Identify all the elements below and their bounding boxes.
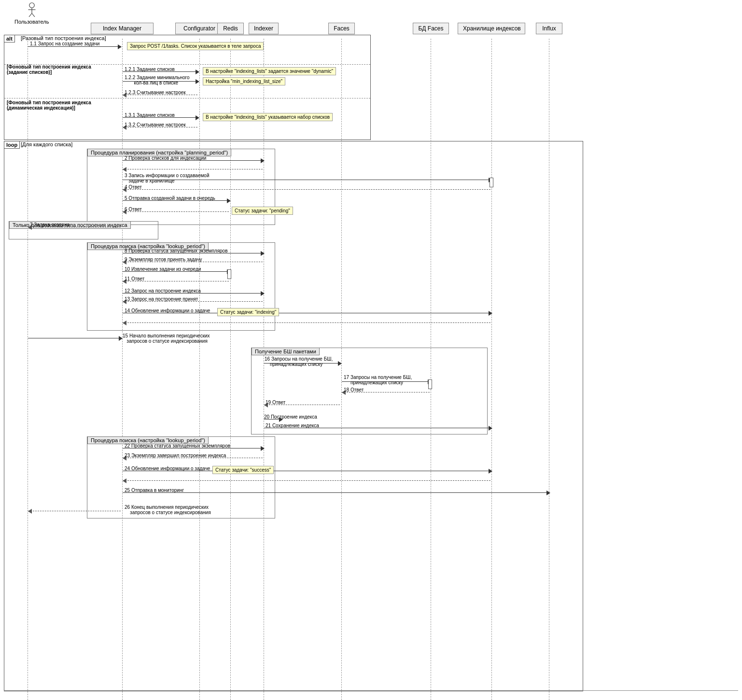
step-17-label: 17 Запросы на получение БШ, принадлежащи…	[344, 375, 412, 385]
step-12-label: 12 Запрос на построение индекса	[125, 288, 201, 294]
note-1-2-1: В настройке "indexing_lists" задается зн…	[203, 67, 336, 75]
arrowhead-25	[546, 490, 550, 495]
arrowhead-2	[261, 158, 265, 163]
step-25-label: 25 Отправка в мониторинг	[125, 488, 184, 493]
arrow-20	[264, 419, 281, 420]
arrowhead-12	[261, 291, 265, 296]
lifeline-bdfaces: БД Faces	[413, 23, 449, 34]
step-19-label: 19 Ответ	[266, 400, 285, 405]
step-23-label: 23 Экземпляр завершил построение индекса	[125, 453, 226, 458]
actor-user: Пользователь	[14, 2, 49, 25]
act-bdfaces-17	[428, 379, 432, 389]
step-8-label: 8 Проверка статуса запущенных экземпляро…	[125, 248, 228, 253]
arrow-2-ret	[123, 169, 263, 169]
arrowhead-14-ret	[123, 321, 126, 325]
alt-cond2: [Фоновый тип построения индекса(задание …	[7, 64, 91, 75]
step-13-label: 13 Запрос на построение принят	[125, 296, 198, 302]
act-redis-10	[227, 269, 231, 279]
step-15-label: 15 Начало выполнения периодических запро…	[123, 333, 210, 344]
step-1-3-1-label: 1.3.1 Задание списков	[125, 112, 175, 118]
step-6-label: 6 Ответ	[125, 207, 142, 212]
note-1-2-2: Настройка "min_indexing_list_size"	[203, 77, 285, 85]
lifeline-redis: Redis	[217, 23, 244, 34]
arrowhead-15	[119, 336, 123, 341]
arrowhead-1-2-1	[196, 70, 199, 74]
fragment-alt-condition: [Разовый тип построения индекса]	[19, 35, 108, 42]
svg-line-3	[29, 14, 32, 17]
subframe-lookup1: Процедура поиска (настройка "lookup_peri…	[87, 242, 275, 331]
subframe-bsh-title: Получение БШ пакетами	[252, 348, 320, 355]
arrow-1-1	[28, 46, 120, 47]
arrowhead-1-1	[118, 44, 122, 49]
diagram-container: Пользователь Index Manager Configurator …	[0, 0, 742, 700]
step-1-3-2-label: 1.3.2 Считывание настроек	[125, 122, 186, 127]
arrow-24-ret	[123, 480, 490, 481]
note-6: Статус задачи: "pending"	[232, 207, 293, 215]
svg-point-0	[29, 3, 34, 8]
step-3-label: 3 Запись информации о создаваемой задаче…	[125, 173, 210, 183]
arrowhead-22	[261, 446, 265, 451]
fragment-alt-label: alt	[4, 35, 15, 42]
fragment-alt: alt [Разовый тип построения индекса]	[4, 35, 371, 140]
arrow-4	[123, 189, 490, 190]
step-5-label: 5 Отправка созданной задачи в очередь	[125, 196, 215, 201]
arrowhead-1-3-1	[196, 115, 199, 120]
arrowhead-1-2-2	[196, 79, 199, 84]
step-1-2-1-label: 1.2.1 Задание списков	[125, 67, 175, 72]
fragment-loop-label: loop	[4, 141, 20, 149]
step-2-label: 2 Проверка списков для индексации	[125, 155, 206, 161]
arrowhead-5	[227, 198, 231, 203]
arrow-25	[123, 492, 548, 493]
step-18-label: 18 Ответ	[344, 387, 364, 392]
alt-cond3: [Фоновый тип построения индекса(динамиче…	[7, 100, 91, 111]
arrowhead-26	[28, 509, 32, 514]
step-4-label: 4 Ответ	[125, 184, 142, 190]
arrowhead-24-ret	[123, 478, 126, 483]
step-11-label: 11 Ответ	[125, 276, 144, 281]
lifeline-indexer: Indexer	[249, 23, 279, 34]
step-10-label: 10 Извлечение задачи из очереди	[125, 266, 201, 272]
step-1-2-2-label: 1.2.2 Задание минимального кол-ва лиц в …	[125, 75, 190, 85]
step-1-1-label: 1.1 Запрос на создание задачи	[30, 41, 99, 46]
actor-user-label: Пользователь	[14, 19, 49, 25]
act-storage-3	[490, 178, 493, 187]
note-1-3-1: В настройке "indexing_lists" указывается…	[203, 113, 333, 121]
step-1-2-3-label: 1.2.3 Считывание настроек	[125, 90, 186, 95]
note-1-1: Запрос POST /1/tasks. Список указывается…	[127, 42, 264, 50]
step-21-label: 21 Сохранение индекса	[266, 423, 319, 428]
step-9-label: 9 Экземпляр готов принять задачу	[125, 257, 202, 262]
step-22-label: 22 Проверка статуса запущенных экземпляр…	[125, 443, 230, 448]
arrowhead-2-ret	[123, 167, 126, 172]
svg-line-4	[32, 14, 35, 17]
step-14-label: 14 Обновление информации о задаче	[125, 308, 210, 313]
arrow-14-ret	[123, 322, 490, 323]
arrowhead-8	[261, 251, 265, 256]
arrow-15	[28, 338, 121, 338]
lifeline-storage: Хранилище индексов	[458, 23, 525, 34]
note-14: Статус задачи: "indexing"	[217, 308, 279, 316]
arrowhead-14	[489, 311, 492, 316]
arrowhead-24	[489, 469, 492, 474]
bottom-divider	[4, 690, 738, 691]
lifeline-configurator: Configurator	[175, 23, 224, 34]
arrow-26	[28, 511, 121, 511]
step-7-label: 7 Задача создана	[30, 222, 70, 227]
lifeline-faces: Faces	[328, 23, 355, 34]
step-16-label: 16 Запросы на получение БШ, принадлежащи…	[265, 356, 333, 367]
subframe-oneshot-title: Только для разового типа построения инде…	[9, 221, 131, 229]
arrowhead-21	[489, 426, 492, 431]
fragment-loop-condition: [Для каждого списка]	[19, 141, 74, 148]
note-24: Статус задачи: "success"	[212, 466, 274, 474]
arrowhead-20	[279, 417, 283, 422]
lifeline-influx: Influx	[536, 23, 562, 34]
step-24-label: 24 Обновление информации о задаче	[125, 466, 210, 471]
lifeline-indexmanager: Index Manager	[91, 23, 154, 34]
step-26-label: 26 Конец выполнения периодических запрос…	[125, 504, 211, 515]
arrowhead-16	[338, 361, 342, 366]
